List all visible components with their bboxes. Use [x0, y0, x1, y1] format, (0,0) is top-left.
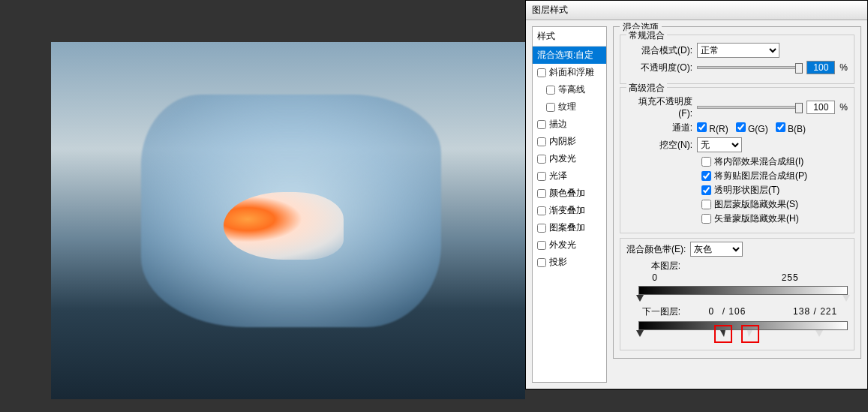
style-label: 图案叠加 [549, 221, 585, 234]
this-layer-label: 本图层: [626, 260, 680, 272]
style-item-inner-shadow[interactable]: 内阴影 [533, 133, 606, 150]
this-layer-row: 本图层: 0 255 [626, 260, 848, 295]
style-item-outer-glow[interactable]: 外发光 [533, 236, 606, 254]
check-label: 将剪贴图层混合成组(P) [714, 170, 807, 182]
channel-b[interactable]: B(B) [776, 122, 806, 134]
style-check[interactable] [537, 137, 546, 146]
fill-opacity-input[interactable] [806, 101, 835, 114]
check-blend-clipped[interactable] [701, 171, 711, 181]
style-item-pattern-overlay[interactable]: 图案叠加 [533, 219, 606, 236]
advanced-blending-fieldset: 高级混合 填充不透明度(F): % 通道: R(R) G(G) B(B) [620, 87, 854, 233]
black-slider[interactable] [636, 295, 644, 302]
style-check[interactable] [537, 120, 546, 129]
slider-thumb[interactable] [795, 63, 803, 74]
val: 221 [820, 306, 837, 317]
styles-list-panel: 样式 混合选项:自定 斜面和浮雕 等高线 纹理 描边 内阴影 内发光 光泽 颜色… [532, 26, 607, 383]
general-blending-title: 常规混合 [626, 29, 667, 42]
style-check[interactable] [537, 241, 546, 250]
style-item-satin[interactable]: 光泽 [533, 167, 606, 185]
options-panel: 混合选项 常规混合 混合模式(D): 正常 不透明度(O): % [613, 26, 861, 383]
style-label: 描边 [549, 118, 567, 131]
white-slider-high[interactable] [815, 330, 823, 337]
opacity-label: 不透明度(O): [626, 62, 692, 74]
style-check[interactable] [537, 258, 546, 267]
blend-if-select[interactable]: 灰色 [690, 242, 743, 257]
fill-opacity-label: 填充不透明度(F): [626, 95, 692, 119]
style-check[interactable] [546, 86, 555, 95]
white-slider[interactable] [842, 295, 850, 302]
general-blending-fieldset: 常规混合 混合模式(D): 正常 不透明度(O): % [620, 35, 854, 84]
blend-mode-select[interactable]: 正常 [697, 43, 779, 58]
style-check[interactable] [537, 155, 546, 164]
style-label: 内阴影 [549, 135, 576, 148]
style-label: 混合选项:自定 [537, 49, 593, 62]
fill-opacity-slider[interactable] [697, 106, 802, 109]
style-label: 纹理 [558, 101, 576, 113]
percent-label: % [839, 62, 848, 73]
check-transparency-shapes[interactable] [701, 185, 711, 195]
check-blend-interior[interactable] [701, 157, 711, 167]
style-label: 外发光 [549, 239, 576, 251]
knockout-label: 挖空(N): [626, 139, 692, 152]
blend-mode-label: 混合模式(D): [626, 44, 692, 57]
channel-b-check[interactable] [776, 122, 785, 132]
percent-label: % [839, 102, 848, 113]
channel-g-check[interactable] [736, 122, 746, 132]
underlying-layer-row: 下一图层: 0 / 106 138 / 221 [626, 305, 848, 330]
check-label: 矢量蒙版隐藏效果(H) [714, 212, 799, 225]
style-item-bevel[interactable]: 斜面和浮雕 [533, 64, 606, 81]
opacity-input[interactable] [806, 61, 835, 74]
style-label: 内发光 [549, 152, 576, 165]
advanced-blending-title: 高级混合 [626, 82, 667, 95]
val: 255 [782, 272, 799, 283]
style-item-blending-options[interactable]: 混合选项:自定 [533, 47, 606, 64]
style-check[interactable] [537, 189, 546, 198]
styles-list: 混合选项:自定 斜面和浮雕 等高线 纹理 描边 内阴影 内发光 光泽 颜色叠加 … [533, 47, 606, 271]
style-check[interactable] [537, 224, 546, 233]
val: 0 [704, 306, 719, 317]
check-label: 图层蒙版隐藏效果(S) [714, 198, 798, 211]
val: 106 [728, 306, 746, 317]
layer-style-dialog: 图层样式 样式 混合选项:自定 斜面和浮雕 等高线 纹理 描边 内阴影 内发光 … [525, 0, 868, 389]
blending-options-fieldset: 混合选项 常规混合 混合模式(D): 正常 不透明度(O): % [613, 26, 861, 359]
blend-if-label: 混合颜色带(E): [626, 243, 686, 256]
dialog-title[interactable]: 图层样式 [526, 1, 867, 20]
style-check[interactable] [537, 68, 546, 77]
style-item-texture[interactable]: 纹理 [533, 98, 606, 116]
blend-if-fieldset: 混合颜色带(E): 灰色 本图层: 0 255 [620, 238, 854, 350]
style-item-color-overlay[interactable]: 颜色叠加 [533, 185, 606, 202]
styles-header: 样式 [533, 27, 606, 47]
highlight-box-2 [741, 325, 759, 343]
highlight-box-1 [714, 325, 732, 343]
canvas-preview [51, 42, 525, 399]
style-item-inner-glow[interactable]: 内发光 [533, 150, 606, 167]
check-layer-mask-hides[interactable] [701, 200, 711, 209]
knockout-select[interactable]: 无 [697, 137, 742, 152]
style-label: 等高线 [558, 83, 585, 96]
this-layer-gradient[interactable] [638, 286, 848, 295]
channels-label: 通道: [626, 122, 692, 134]
check-label: 将内部效果混合成组(I) [714, 155, 803, 168]
channel-r[interactable]: R(R) [697, 122, 728, 134]
opacity-slider[interactable] [697, 66, 802, 69]
val: 138 [793, 306, 810, 317]
style-item-contour[interactable]: 等高线 [533, 81, 606, 98]
slider-thumb[interactable] [795, 103, 803, 113]
style-item-stroke[interactable]: 描边 [533, 116, 606, 133]
style-item-gradient-overlay[interactable]: 渐变叠加 [533, 202, 606, 219]
black-slider-low[interactable] [636, 330, 644, 337]
underlying-layer-gradient[interactable] [638, 321, 848, 330]
style-check[interactable] [537, 206, 546, 215]
check-vector-mask-hides[interactable] [701, 214, 711, 224]
channel-g[interactable]: G(G) [736, 122, 768, 134]
val: 0 [647, 272, 662, 283]
style-check[interactable] [537, 172, 546, 181]
style-check[interactable] [546, 103, 555, 112]
channel-r-check[interactable] [697, 122, 707, 132]
style-label: 渐变叠加 [549, 204, 585, 217]
underlying-layer-label: 下一图层: [626, 305, 680, 318]
fish-graphic [224, 192, 344, 260]
style-item-drop-shadow[interactable]: 投影 [533, 254, 606, 271]
style-label: 光泽 [549, 170, 567, 182]
check-label: 透明形状图层(T) [714, 184, 779, 197]
